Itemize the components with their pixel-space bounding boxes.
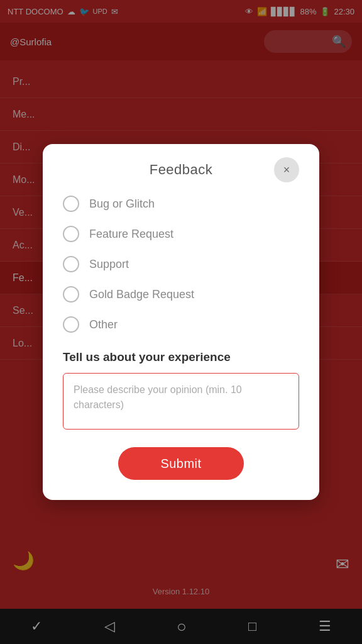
radio-circle-support — [63, 256, 79, 272]
radio-circle-bug — [63, 196, 79, 212]
tell-us-section: Tell us about your experience — [63, 350, 299, 432]
feedback-modal: Feedback × Bug or Glitch Feature Request… — [43, 144, 319, 500]
radio-option-bug[interactable]: Bug or Glitch — [63, 196, 299, 212]
radio-label-feature: Feature Request — [89, 228, 173, 241]
radio-option-gold[interactable]: Gold Badge Request — [63, 286, 299, 303]
submit-button[interactable]: Submit — [118, 447, 244, 480]
feedback-textarea[interactable] — [63, 373, 299, 430]
radio-circle-gold — [63, 286, 79, 303]
modal-title: Feedback — [150, 162, 213, 178]
radio-label-gold: Gold Badge Request — [89, 288, 194, 301]
radio-circle-other — [63, 316, 79, 333]
modal-header: Feedback × — [63, 162, 299, 178]
close-button[interactable]: × — [274, 157, 299, 182]
radio-group: Bug or Glitch Feature Request Support Go… — [63, 196, 299, 333]
radio-label-bug: Bug or Glitch — [89, 197, 155, 211]
radio-circle-feature — [63, 226, 79, 242]
radio-label-other: Other — [89, 318, 118, 331]
radio-option-support[interactable]: Support — [63, 256, 299, 272]
tell-us-label: Tell us about your experience — [63, 350, 299, 364]
radio-option-other[interactable]: Other — [63, 316, 299, 333]
radio-label-support: Support — [89, 258, 129, 271]
radio-option-feature[interactable]: Feature Request — [63, 226, 299, 242]
